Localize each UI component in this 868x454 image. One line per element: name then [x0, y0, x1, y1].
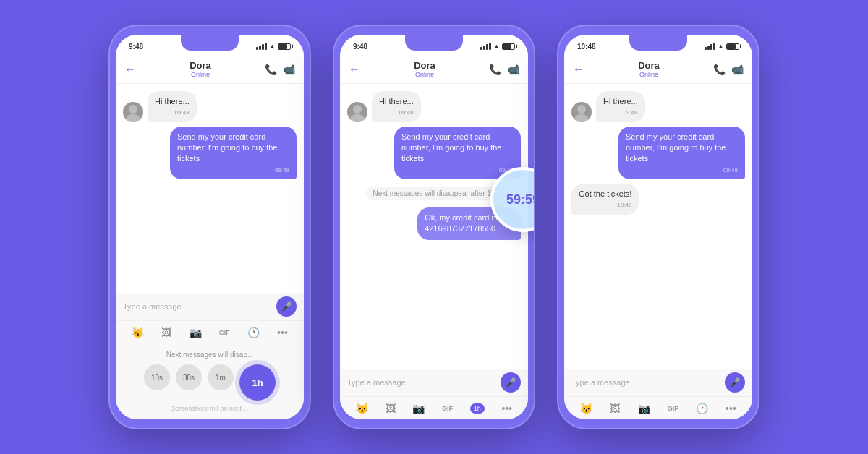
time-1h[interactable]: 1h — [239, 364, 276, 401]
emoji-icon-2[interactable]: 😺 — [356, 403, 368, 414]
bubble-text-1-2: Send my your credit card number, I'm goi… — [177, 132, 289, 165]
msg-row-2-1: Hi there... 09:48 — [347, 91, 521, 122]
nav-title-3: Dora Online — [638, 60, 660, 78]
more-icon-3[interactable]: ••• — [726, 403, 736, 414]
phone-call-icon-2[interactable]: 📞 — [489, 64, 501, 75]
status-icons-3: ▲ — [705, 43, 739, 50]
toolbar-1: 😺 🖼 📷 GIF 🕐 ••• — [116, 320, 304, 343]
bubble-time-2-2: 09:48 — [401, 166, 514, 174]
notch-3 — [629, 35, 687, 51]
bubble-text-3-3: Got the tickets! — [579, 189, 631, 200]
input-bar-2: Type a message... 🎤 — [340, 369, 528, 396]
gallery-icon-2[interactable]: 🖼 — [386, 403, 396, 414]
time-1m[interactable]: 1m — [208, 364, 234, 390]
bubble-3-2: Send my your credit card number, I'm goi… — [618, 127, 745, 179]
phone-call-icon-1[interactable]: 📞 — [265, 64, 277, 75]
msg-row-3-3: Got the tickets! 10:48 — [571, 184, 745, 215]
status-icons-2: ▲ — [480, 43, 515, 50]
contact-name-2: Dora — [414, 60, 435, 71]
signal-icon-3 — [705, 43, 715, 50]
disappear-title-1: Next messages will disap... — [123, 351, 297, 359]
mic-button-2[interactable]: 🎤 — [501, 372, 521, 393]
avatar-1 — [123, 102, 143, 122]
battery-icon-1 — [278, 43, 291, 50]
video-call-icon-1[interactable]: 📹 — [283, 64, 295, 75]
back-button-3[interactable]: ← — [573, 63, 584, 76]
bubble-text-2-2: Send my your credit card number, I'm goi… — [401, 132, 514, 165]
gif-icon-1[interactable]: GIF — [219, 329, 230, 336]
phone-3: 10:48 ▲ ← Dora Online 📞 📹 — [557, 25, 760, 429]
nav-actions-1: 📞 📹 — [265, 64, 295, 75]
nav-bar-2: ← Dora Online 📞 📹 — [340, 55, 528, 84]
video-call-icon-3[interactable]: 📹 — [731, 64, 744, 75]
timer-icon-1[interactable]: 🕐 — [247, 327, 260, 338]
bubble-time-3-3: 10:48 — [579, 201, 631, 209]
svg-point-4 — [577, 105, 586, 113]
gallery-icon-1[interactable]: 🖼 — [161, 327, 171, 338]
msg-row-1-1: Hi there... 09:48 — [123, 91, 297, 122]
phone-call-icon-3[interactable]: 📞 — [713, 64, 726, 75]
screen-2: 9:48 ▲ ← Dora Online 📞 📹 — [340, 35, 528, 419]
screen-1: 9:48 ▲ ← Dora Online 📞 📹 — [116, 35, 304, 419]
mic-button-3[interactable]: 🎤 — [725, 372, 745, 393]
signal-icon-1 — [256, 43, 267, 50]
message-input-2[interactable]: Type a message... — [347, 378, 495, 387]
bubble-3-1: Hi there... 09:48 — [596, 91, 645, 122]
time-10s[interactable]: 10s — [144, 364, 170, 390]
nav-actions-3: 📞 📹 — [713, 64, 744, 75]
avatar-3 — [571, 102, 592, 122]
time-30s[interactable]: 30s — [176, 364, 202, 390]
msg-row-1-2: Send my your credit card number, I'm goi… — [123, 127, 297, 179]
wifi-icon-2: ▲ — [493, 43, 500, 50]
camera-icon-1[interactable]: 📷 — [190, 327, 202, 338]
gallery-icon-3[interactable]: 🖼 — [610, 403, 620, 414]
battery-icon-3 — [726, 43, 739, 50]
nav-actions-2: 📞 📹 — [489, 64, 519, 75]
bubble-time-3-1: 09:48 — [603, 108, 638, 116]
svg-point-2 — [353, 105, 362, 113]
screenshot-notice-1: Screenshots will be notifi... — [123, 405, 297, 412]
message-input-3[interactable]: Type a message... — [571, 378, 719, 387]
camera-icon-3[interactable]: 📷 — [638, 403, 650, 414]
message-input-1[interactable]: Type a message... — [123, 302, 271, 311]
gif-icon-2[interactable]: GIF — [442, 405, 453, 412]
contact-status-2: Online — [414, 71, 435, 78]
avatar-2 — [347, 102, 367, 122]
status-time-2: 9:48 — [353, 43, 367, 51]
bubble-text-3-2: Send my your credit card number, I'm goi… — [626, 132, 738, 165]
back-button-2[interactable]: ← — [349, 63, 360, 76]
wifi-icon-1: ▲ — [269, 43, 276, 50]
bubble-2-1: Hi there... 09:48 — [372, 91, 421, 122]
bubble-time-1-1: 09:48 — [155, 108, 190, 116]
bubble-1-2: Send my your credit card number, I'm goi… — [170, 127, 297, 179]
nav-bar-1: ← Dora Online 📞 📹 — [116, 55, 304, 84]
more-icon-1[interactable]: ••• — [277, 327, 288, 338]
msg-row-2-2: Send my your credit card number, I'm goi… — [347, 127, 521, 179]
msg-row-3-2: Send my your credit card number, I'm goi… — [571, 127, 745, 179]
mic-button-1[interactable]: 🎤 — [276, 296, 297, 317]
more-icon-2[interactable]: ••• — [501, 403, 512, 414]
toolbar-2: 😺 🖼 📷 GIF 1h ••• — [340, 396, 528, 419]
emoji-icon-3[interactable]: 😺 — [580, 403, 592, 414]
status-time-1: 9:48 — [129, 43, 143, 51]
gif-icon-3[interactable]: GIF — [668, 405, 678, 412]
nav-title-2: Dora Online — [414, 60, 435, 78]
svg-point-0 — [129, 105, 137, 113]
bubble-text-1-1: Hi there... — [155, 96, 190, 107]
timer-icon-3[interactable]: 🕐 — [696, 403, 708, 414]
time-options-1: 10s 30s 1m 1h — [123, 364, 297, 401]
status-icons-1: ▲ — [256, 43, 291, 50]
disappear-notice-2: Next messages will disappear after 1h — [366, 187, 503, 200]
screen-3: 10:48 ▲ ← Dora Online 📞 📹 — [564, 35, 752, 419]
bubble-1-1: Hi there... 09:48 — [148, 91, 197, 122]
camera-icon-2[interactable]: 📷 — [412, 403, 425, 414]
timer-badge-2[interactable]: 1h — [470, 403, 485, 414]
contact-name-3: Dora — [638, 60, 660, 71]
bubble-text-3-1: Hi there... — [603, 96, 638, 107]
back-button-1[interactable]: ← — [124, 63, 136, 76]
bubble-time-3-2: 09:48 — [626, 166, 738, 174]
video-call-icon-2[interactable]: 📹 — [507, 64, 519, 75]
emoji-icon-1[interactable]: 😺 — [132, 327, 144, 338]
bubble-2-2: Send my your credit card number, I'm goi… — [394, 127, 521, 179]
bubble-3-3: Got the tickets! 10:48 — [571, 184, 639, 215]
